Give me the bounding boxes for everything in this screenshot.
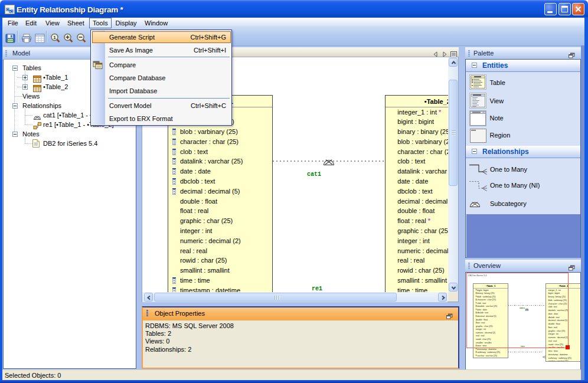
svg-text:1: 1 [53, 35, 56, 40]
